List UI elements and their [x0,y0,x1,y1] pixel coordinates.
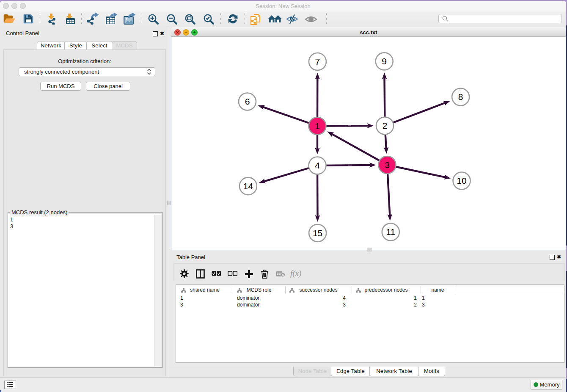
svg-text:15: 15 [313,228,322,238]
svg-text:7: 7 [315,57,320,66]
svg-text:10: 10 [457,176,466,185]
svg-text:6: 6 [245,97,250,106]
svg-text:8: 8 [458,92,463,102]
svg-text:1: 1 [315,121,320,131]
svg-text:4: 4 [315,160,320,170]
svg-text:9: 9 [382,56,387,66]
svg-text:14: 14 [243,181,253,191]
svg-text:11: 11 [386,227,395,237]
svg-text:3: 3 [385,160,390,170]
svg-text:2: 2 [383,121,388,130]
